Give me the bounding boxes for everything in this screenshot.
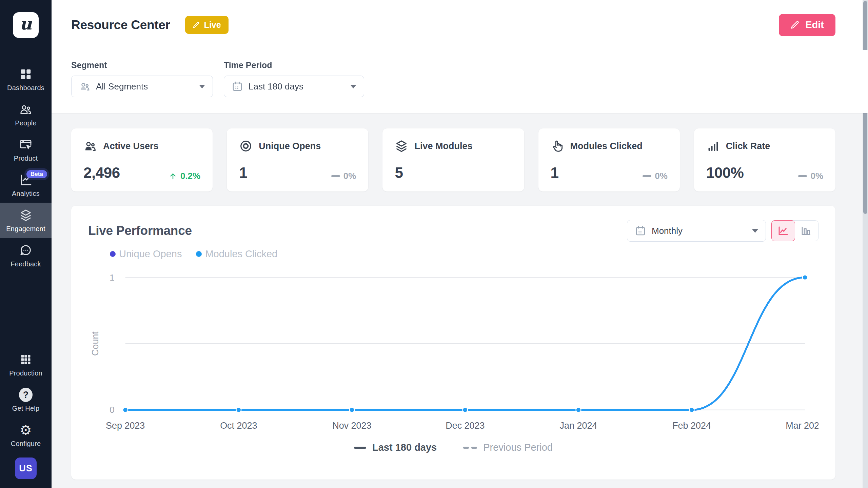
svg-text:Nov 2023: Nov 2023 — [332, 421, 371, 431]
stat-card-value: 5 — [395, 164, 403, 181]
sidebar-item-people[interactable]: People — [0, 97, 52, 132]
svg-text:Mar 2024: Mar 2024 — [786, 421, 818, 431]
sidebar-item-label: Feedback — [11, 260, 41, 268]
dashed-line-sample — [463, 447, 477, 449]
page-title: Resource Center — [71, 18, 170, 32]
app-logo[interactable]: u — [13, 12, 39, 38]
chart-bottom-legend: Last 180 days Previous Period — [88, 442, 818, 453]
stat-card-active-users: Active Users 2,496 0.2% — [71, 128, 213, 191]
stat-card-delta: 0% — [798, 171, 823, 181]
legend-dot-blue — [196, 251, 202, 257]
calendar-icon — [232, 81, 243, 92]
performance-line-chart: 01CountSep 2023Oct 2023Nov 2023Dec 2023J… — [88, 264, 818, 440]
sidebar-item-label: Get Help — [12, 405, 40, 412]
stat-card-title: Unique Opens — [259, 141, 321, 151]
svg-text:Feb 2024: Feb 2024 — [672, 421, 711, 431]
sidebar-bottom: Production ? Get Help ⚙ Configure US — [0, 347, 52, 488]
sidebar-item-analytics[interactable]: Beta Analytics — [0, 167, 52, 203]
stat-card-value: 1 — [551, 164, 559, 181]
stat-card-title: Click Rate — [726, 141, 770, 151]
flat-dash-icon — [798, 175, 807, 177]
beta-badge: Beta — [26, 170, 47, 178]
app-logo-letter: u — [20, 15, 32, 35]
svg-text:Jan 2024: Jan 2024 — [560, 421, 597, 431]
legend-label: Modules Clicked — [205, 248, 277, 260]
time-period-value: Last 180 days — [249, 81, 303, 92]
edit-button[interactable]: Edit — [779, 14, 835, 36]
legend-label: Last 180 days — [372, 442, 437, 453]
stat-card-title: Active Users — [103, 141, 159, 151]
svg-text:0: 0 — [110, 405, 114, 414]
main-area: Resource Center Live Edit Segment — [52, 0, 868, 488]
sidebar-item-label: Engagement — [6, 225, 45, 233]
time-period-label: Time Period — [224, 60, 364, 70]
legend-dot-purple — [110, 251, 116, 257]
chevron-down-icon — [752, 229, 758, 233]
segment-select[interactable]: All Segments — [71, 76, 213, 97]
sidebar-item-configure[interactable]: ⚙ Configure — [0, 418, 52, 453]
stat-card-delta: 0.2% — [169, 171, 200, 181]
sidebar-item-get-help[interactable]: ? Get Help — [0, 382, 52, 418]
svg-text:1: 1 — [110, 273, 114, 282]
question-mark-icon: ? — [19, 388, 33, 402]
interval-value: Monthly — [652, 226, 683, 236]
flat-dash-icon — [331, 175, 340, 177]
sidebar-item-label: Configure — [11, 440, 41, 448]
layers-icon — [395, 139, 408, 153]
sidebar-item-label: Production — [9, 369, 42, 377]
sidebar-item-label: Product — [14, 155, 38, 162]
interval-select[interactable]: Monthly — [627, 220, 766, 242]
stat-card-title: Modules Clicked — [570, 141, 643, 151]
sidebar-item-label: Dashboards — [7, 84, 44, 92]
sidebar-item-production[interactable]: Production — [0, 347, 52, 382]
user-avatar[interactable]: US — [15, 458, 37, 479]
layers-icon — [19, 208, 33, 222]
live-status-badge[interactable]: Live — [185, 16, 229, 34]
stat-card-live-modules: Live Modules 5 — [382, 128, 524, 191]
edit-button-label: Edit — [805, 19, 824, 30]
legend-label: Previous Period — [483, 442, 553, 453]
click-hand-icon — [551, 139, 564, 153]
line-chart-icon — [777, 225, 789, 237]
legend-item-modules-clicked[interactable]: Modules Clicked — [196, 248, 277, 260]
segment-value: All Segments — [96, 81, 148, 92]
bar-chart-toggle-button[interactable] — [794, 220, 818, 241]
chart-title: Live Performance — [88, 224, 192, 238]
stat-card-value: 100% — [706, 164, 744, 181]
calendar-icon — [635, 225, 646, 237]
stat-card-title: Live Modules — [414, 141, 472, 151]
stat-card-modules-clicked: Modules Clicked 1 0% — [538, 128, 680, 191]
sidebar: u Dashboards People — [0, 0, 52, 488]
filter-bar: Segment All Segments Time Period — [52, 50, 868, 113]
segment-label: Segment — [71, 60, 213, 70]
sidebar-item-feedback[interactable]: Feedback — [0, 238, 52, 273]
time-period-select[interactable]: Last 180 days — [224, 76, 364, 97]
chevron-down-icon — [350, 85, 356, 88]
line-chart-toggle-button[interactable] — [771, 220, 795, 241]
legend-label: Unique Opens — [119, 248, 182, 260]
stat-card-click-rate: Click Rate 100% 0% — [694, 128, 835, 191]
page-header: Resource Center Live Edit — [52, 0, 868, 50]
legend-item-unique-opens[interactable]: Unique Opens — [110, 248, 182, 260]
stat-card-unique-opens: Unique Opens 1 0% — [227, 128, 368, 191]
content-area: Active Users 2,496 0.2% — [52, 113, 868, 488]
sidebar-item-engagement[interactable]: Engagement — [0, 203, 52, 238]
sidebar-item-label: People — [15, 119, 36, 127]
legend-item-current-period: Last 180 days — [354, 442, 437, 453]
stat-card-value: 2,496 — [83, 164, 120, 181]
time-period-filter-group: Time Period Last 180 days — [224, 60, 364, 97]
bar-chart-icon — [800, 225, 812, 237]
eye-icon — [239, 139, 253, 153]
sidebar-item-product[interactable]: Product — [0, 132, 52, 167]
product-icon — [19, 138, 33, 151]
people-icon — [83, 139, 97, 153]
segment-filter-group: Segment All Segments — [71, 60, 213, 97]
sidebar-item-dashboards[interactable]: Dashboards — [0, 62, 52, 97]
svg-text:Sep 2023: Sep 2023 — [106, 421, 145, 431]
chart-type-toggle — [771, 220, 818, 241]
solid-line-sample — [354, 447, 366, 449]
stat-card-delta: 0% — [643, 171, 668, 181]
chart-legend: Unique Opens Modules Clicked — [110, 248, 818, 260]
chevron-down-icon — [199, 85, 205, 88]
stat-card-value: 1 — [239, 164, 247, 181]
